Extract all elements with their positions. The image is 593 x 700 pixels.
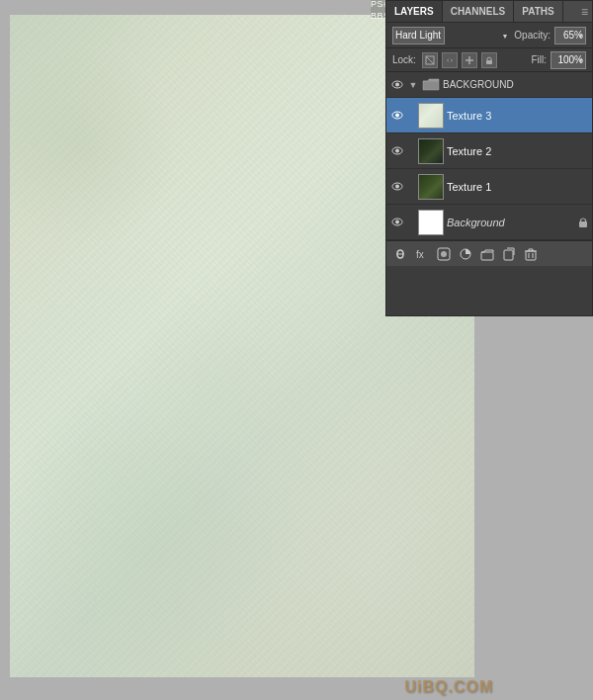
lock-row: Lock: Fill:	[386, 48, 592, 72]
lock-icon-bg	[578, 217, 588, 228]
svg-line-1	[426, 56, 434, 64]
svg-point-15	[395, 220, 399, 224]
lock-label: Lock:	[392, 54, 416, 65]
svg-point-7	[395, 83, 399, 87]
expand-arrow-background[interactable]: ▼	[407, 79, 419, 91]
lock-position-btn[interactable]	[462, 52, 477, 68]
layer-row-texture2[interactable]: Texture 2	[386, 133, 592, 169]
layer-name-texture1: Texture 1	[447, 181, 588, 193]
eye-icon-background[interactable]	[390, 78, 404, 92]
svg-point-2	[448, 58, 451, 61]
svg-rect-5	[486, 60, 492, 64]
lock-transparent-btn[interactable]	[422, 52, 438, 68]
layer-row-texture3[interactable]: Texture 3	[386, 98, 592, 133]
thumb-texture1	[418, 174, 444, 200]
eye-icon-texture2[interactable]	[390, 144, 404, 158]
delete-layer-btn[interactable]	[521, 245, 541, 263]
opacity-label: Opacity:	[514, 30, 551, 41]
tab-paths[interactable]: PATHS	[514, 1, 562, 22]
blend-row: Hard Light Opacity:	[386, 23, 592, 48]
svg-point-11	[395, 149, 399, 153]
add-mask-btn[interactable]	[434, 245, 454, 263]
svg-point-9	[395, 114, 399, 118]
tab-channels[interactable]: CHANNELS	[443, 1, 515, 22]
eye-icon-bg[interactable]	[390, 216, 404, 229]
fx-btn[interactable]: fx	[412, 245, 432, 263]
panel-bottom-toolbar: fx	[386, 240, 592, 266]
svg-text:fx: fx	[416, 249, 424, 260]
svg-rect-26	[526, 251, 536, 260]
layer-list: ▼ BACKGROUND Texture 3	[386, 72, 592, 240]
layers-panel: LAYERS CHANNELS PATHS ≡ Hard Light Opaci…	[385, 0, 593, 316]
svg-point-13	[395, 185, 399, 189]
blend-mode-select[interactable]: Hard Light	[392, 27, 445, 44]
lock-all-btn[interactable]	[481, 52, 497, 68]
opacity-wrapper	[554, 27, 586, 44]
eye-icon-texture3[interactable]	[390, 109, 404, 123]
layer-row-bg[interactable]: Background	[386, 205, 592, 240]
layer-name-bg: Background	[447, 217, 575, 228]
thumb-texture3	[418, 103, 444, 129]
group-row-background[interactable]: ▼ BACKGROUND	[386, 72, 592, 98]
new-adjustment-btn[interactable]	[456, 245, 475, 263]
panel-menu-icon[interactable]: ≡	[581, 5, 588, 19]
lock-image-btn[interactable]	[442, 52, 458, 68]
thumb-bg	[418, 210, 444, 235]
new-group-btn[interactable]	[477, 245, 497, 263]
watermark-bottom: UiBQ.COM	[404, 678, 493, 696]
blend-mode-wrapper: Hard Light	[392, 27, 510, 44]
svg-rect-16	[579, 221, 587, 227]
thumb-texture2	[418, 138, 444, 164]
svg-rect-22	[481, 252, 493, 260]
fill-wrapper	[551, 51, 586, 69]
layer-row-texture1[interactable]: Texture 1	[386, 169, 592, 205]
svg-point-20	[441, 251, 447, 257]
svg-rect-23	[504, 250, 513, 260]
fill-label: Fill:	[531, 54, 547, 65]
tab-layers[interactable]: LAYERS	[386, 1, 443, 22]
layer-name-texture3: Texture 3	[447, 110, 588, 122]
layer-name-texture2: Texture 2	[447, 145, 588, 157]
opacity-input[interactable]	[554, 27, 586, 44]
folder-icon-background	[422, 77, 440, 92]
new-layer-btn[interactable]	[499, 245, 519, 263]
eye-icon-texture1[interactable]	[390, 180, 404, 194]
group-name-background: BACKGROUND	[443, 79, 588, 90]
link-layers-btn[interactable]	[390, 245, 410, 263]
fill-input[interactable]	[551, 51, 586, 69]
panel-tabs: LAYERS CHANNELS PATHS ≡	[386, 1, 592, 23]
